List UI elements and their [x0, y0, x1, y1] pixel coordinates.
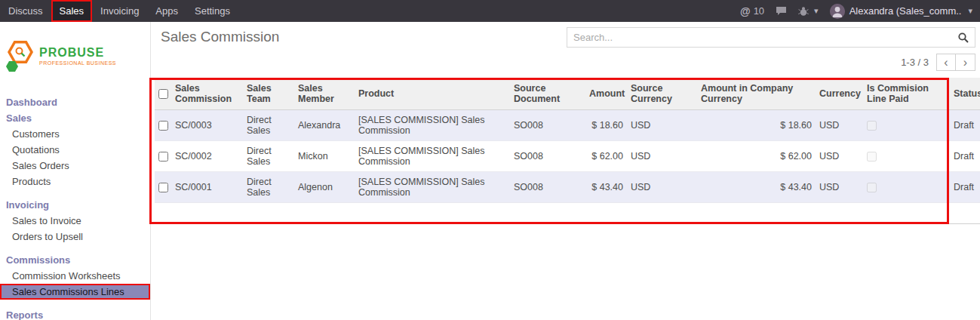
- table-row[interactable]: SC/0003 Direct Sales Alexandra [SALES CO…: [155, 109, 980, 140]
- cell-source-document: SO008: [510, 109, 585, 140]
- table-header-row: Sales Commission Sales Team Sales Member…: [155, 78, 980, 109]
- magnifier-icon: [14, 46, 26, 58]
- cell-sales-commission: SC/0002: [171, 140, 243, 171]
- column-header-status[interactable]: Status: [950, 78, 980, 109]
- cell-sales-team: Direct Sales: [243, 109, 294, 140]
- sidebar-item-commission-worksheets[interactable]: Commission Worksheets: [0, 268, 150, 284]
- user-menu[interactable]: Alexandra (Sales_comm.. ▾: [830, 4, 972, 19]
- cell-sales-commission: SC/0003: [171, 109, 243, 140]
- menu-sales[interactable]: Sales: [51, 0, 93, 22]
- sidebar: PROBUSE PROFESSIONAL BUSINESS Dashboard …: [0, 22, 151, 320]
- cell-select: [155, 171, 171, 202]
- cell-amount: $ 62.00: [585, 140, 627, 171]
- cell-status: Draft: [950, 140, 980, 171]
- column-header-source-document[interactable]: Source Document: [510, 78, 585, 109]
- cell-source-document: SO008: [510, 140, 585, 171]
- sidebar-item-products[interactable]: Products: [0, 174, 150, 189]
- row-select-checkbox[interactable]: [158, 183, 168, 192]
- pager-previous-button[interactable]: ‹: [936, 54, 956, 71]
- is-paid-checkbox: [867, 183, 877, 192]
- select-all-checkbox[interactable]: [158, 89, 168, 99]
- app-logo: PROBUSE PROFESSIONAL BUSINESS: [0, 22, 150, 87]
- cell-source-currency: USD: [627, 171, 697, 202]
- messages-button[interactable]: [776, 6, 787, 16]
- menu-discuss[interactable]: Discuss: [0, 0, 51, 22]
- sidebar-item-sales-commissions-lines[interactable]: Sales Commissions Lines: [0, 284, 150, 300]
- cell-status: Draft: [950, 171, 980, 202]
- sidebar-item-reports[interactable]: Reports: [0, 307, 150, 320]
- notification-count: 10: [754, 5, 764, 17]
- sidebar-item-sales-to-invoice[interactable]: Sales to Invoice: [0, 213, 150, 229]
- table-row[interactable]: SC/0002 Direct Sales Mickon [SALES COMMI…: [155, 140, 980, 171]
- sidebar-item-sales[interactable]: Sales: [0, 110, 150, 126]
- column-header-amount-company-currency[interactable]: Amount in Company Currency: [697, 78, 816, 109]
- sidebar-item-quotations[interactable]: Quotations: [0, 142, 150, 158]
- cell-sales-commission: SC/0001: [171, 171, 243, 202]
- cell-amount-company: $ 62.00: [697, 140, 816, 171]
- cell-is-paid: [863, 140, 950, 171]
- pager: 1-3 / 3 ‹ ›: [901, 54, 975, 71]
- column-header-sales-commission[interactable]: Sales Commission: [171, 78, 243, 109]
- cell-select: [155, 140, 171, 171]
- table-row[interactable]: SC/0001 Direct Sales Algenon [SALES COMM…: [155, 171, 980, 202]
- column-header-sales-member[interactable]: Sales Member: [294, 78, 355, 109]
- cell-sales-team: Direct Sales: [243, 171, 294, 202]
- cell-product: [SALES COMMISSION] Sales Commission: [355, 171, 510, 202]
- cell-select: [155, 109, 171, 140]
- search-icon[interactable]: [957, 32, 969, 44]
- sidebar-item-sales-orders[interactable]: Sales Orders: [0, 158, 150, 174]
- bug-icon: [798, 6, 809, 17]
- debug-menu-button[interactable]: ▾: [798, 6, 819, 17]
- menu-invoicing[interactable]: Invoicing: [92, 0, 147, 22]
- cell-currency: USD: [816, 140, 863, 171]
- search-box: [567, 27, 975, 48]
- main-content: Sales Commission 1-3 / 3 ‹ ›: [151, 22, 980, 320]
- menu-apps[interactable]: Apps: [147, 0, 186, 22]
- menu-settings[interactable]: Settings: [186, 0, 238, 22]
- cell-amount-company: $ 18.60: [697, 109, 816, 140]
- cell-is-paid: [863, 171, 950, 202]
- column-header-is-commision-line-paid[interactable]: Is Commision Line Paid: [863, 78, 950, 109]
- caret-down-icon: ▾: [814, 6, 819, 16]
- cell-status: Draft: [950, 109, 980, 140]
- avatar: [830, 4, 845, 19]
- cell-currency: USD: [816, 109, 863, 140]
- table-footer-area: [151, 203, 980, 224]
- content-header: Sales Commission 1-3 / 3 ‹ ›: [151, 22, 980, 78]
- cell-currency: USD: [816, 171, 863, 202]
- sidebar-item-invoicing[interactable]: Invoicing: [0, 197, 150, 213]
- logo-tagline: PROFESSIONAL BUSINESS: [39, 60, 116, 66]
- notifications-button[interactable]: @ 10: [740, 5, 764, 17]
- column-header-product[interactable]: Product: [355, 78, 510, 109]
- pager-range-label: 1-3 / 3: [901, 57, 929, 68]
- sidebar-item-commissions[interactable]: Commissions: [0, 252, 150, 268]
- cell-source-currency: USD: [627, 109, 697, 140]
- cell-sales-team: Direct Sales: [243, 140, 294, 171]
- column-header-currency[interactable]: Currency: [816, 78, 863, 109]
- cell-amount: $ 43.40: [585, 171, 627, 202]
- sales-commission-table: Sales Commission Sales Team Sales Member…: [155, 78, 980, 203]
- sidebar-nav: Dashboard Sales Customers Quotations Sal…: [0, 94, 150, 320]
- top-navbar: Discuss Sales Invoicing Apps Settings @ …: [0, 0, 980, 22]
- row-select-checkbox[interactable]: [158, 121, 168, 131]
- cell-sales-member: Alexandra: [294, 109, 355, 140]
- page-title: Sales Commission: [161, 29, 279, 45]
- search-input[interactable]: [567, 32, 957, 43]
- column-header-sales-team[interactable]: Sales Team: [243, 78, 294, 109]
- is-paid-checkbox: [867, 152, 877, 162]
- cell-amount: $ 18.60: [585, 109, 627, 140]
- user-name-label: Alexandra (Sales_comm..: [849, 5, 962, 17]
- sidebar-item-orders-to-upsell[interactable]: Orders to Upsell: [0, 229, 150, 245]
- cell-product: [SALES COMMISSION] Sales Commission: [355, 140, 510, 171]
- cell-source-document: SO008: [510, 171, 585, 202]
- column-header-source-currency[interactable]: Source Currency: [627, 78, 697, 109]
- sidebar-item-dashboard[interactable]: Dashboard: [0, 94, 150, 110]
- select-all-header: [155, 78, 171, 109]
- logo-text: PROBUSE: [39, 46, 116, 60]
- sidebar-item-customers[interactable]: Customers: [0, 126, 150, 142]
- pager-next-button[interactable]: ›: [956, 54, 975, 71]
- cell-source-currency: USD: [627, 140, 697, 171]
- column-header-amount[interactable]: Amount: [585, 78, 627, 109]
- row-select-checkbox[interactable]: [158, 152, 168, 162]
- cell-sales-member: Mickon: [294, 140, 355, 171]
